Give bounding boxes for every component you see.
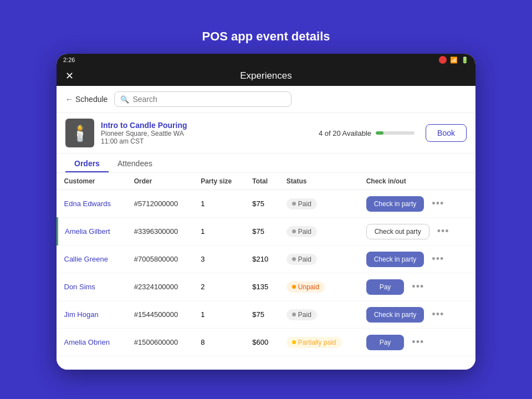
order-number: #1500600000 (127, 329, 194, 356)
col-status: Status (280, 173, 360, 190)
status-dot (292, 313, 296, 316)
close-button[interactable]: ✕ (65, 71, 74, 81)
order-number: #2324100000 (127, 273, 194, 301)
customer-name[interactable]: Callie Greene (64, 255, 109, 263)
status-dot (292, 285, 296, 289)
status-bar-right: 📶 🔋 (439, 56, 469, 64)
customer-name[interactable]: Amelia Gilbert (65, 227, 110, 236)
tab-attendees[interactable]: Attendees (109, 154, 161, 172)
action-cell: Check out party••• (360, 218, 475, 245)
schedule-link[interactable]: ← Schedule (65, 95, 108, 104)
col-order: Order (127, 173, 194, 190)
party-size: 1 (194, 218, 245, 245)
customer-name[interactable]: Don Sims (64, 283, 95, 291)
status-dot (292, 257, 296, 261)
event-thumbnail: 🕯️ (65, 119, 94, 147)
action-cell: Check in party••• (360, 301, 475, 329)
check-in-button[interactable]: Check in party (366, 307, 424, 323)
more-options-button[interactable]: ••• (428, 196, 447, 212)
progress-fill (376, 131, 383, 135)
party-size: 1 (194, 190, 245, 218)
customer-name[interactable]: Amelia Obrien (64, 338, 110, 346)
order-number: #3396300000 (127, 218, 194, 245)
table-row: Don Sims#23241000002$135UnpaidPay••• (58, 273, 476, 301)
party-size: 1 (194, 301, 245, 329)
event-details: Intro to Candle Pouring Pioneer Square, … (101, 121, 308, 145)
search-box[interactable]: 🔍 (114, 91, 291, 107)
action-cell: Pay••• (360, 329, 475, 356)
status-badge: Paid (287, 198, 317, 209)
table-container: Customer Order Party size Total Status C… (57, 173, 475, 370)
order-number: #5712000000 (127, 190, 194, 218)
page-title: POS app event details (202, 29, 330, 44)
check-in-button[interactable]: Check in party (366, 196, 424, 212)
action-cell: Check in party••• (360, 190, 475, 218)
status-badge: Paid (287, 309, 317, 320)
orders-table: Customer Order Party size Total Status C… (57, 173, 475, 356)
more-options-button[interactable]: ••• (434, 223, 453, 239)
more-options-button[interactable]: ••• (428, 306, 447, 323)
order-number: #7005800000 (127, 245, 194, 273)
event-info: 🕯️ Intro to Candle Pouring Pioneer Squar… (57, 113, 475, 154)
more-options-button[interactable]: ••• (408, 279, 427, 295)
table-row: Edna Edwards#57120000001$75PaidCheck in … (58, 190, 476, 218)
party-size: 2 (194, 273, 245, 301)
total: $210 (245, 245, 280, 273)
total: $75 (245, 301, 280, 329)
event-location: Pioneer Square, Seattle WA (101, 130, 308, 137)
total: $600 (245, 329, 280, 356)
nav-title: Experiences (240, 70, 292, 81)
top-nav: ✕ Experiences (57, 66, 475, 86)
party-size: 3 (194, 245, 245, 273)
col-customer: Customer (58, 173, 127, 190)
status-time: 2:26 (63, 57, 75, 63)
total: $75 (245, 218, 280, 245)
schedule-label: Schedule (75, 95, 108, 104)
event-availability: 4 of 20 Available (319, 129, 415, 137)
book-button[interactable]: Book (426, 124, 467, 142)
customer-name[interactable]: Edna Edwards (64, 200, 111, 208)
availability-text: 4 of 20 Available (319, 129, 371, 137)
status-dot (292, 340, 296, 344)
event-time: 11:00 am CST (101, 137, 308, 145)
party-size: 8 (194, 329, 245, 356)
table-row: Amelia Obrien#15006000008$600Partially p… (58, 329, 476, 356)
more-options-button[interactable]: ••• (428, 251, 447, 267)
status-badge: Partially paid (287, 337, 342, 348)
status-badge: Paid (287, 226, 317, 237)
rec-icon (439, 56, 447, 64)
status-bar: 2:26 📶 🔋 (57, 54, 475, 66)
status-dot (292, 229, 296, 233)
check-out-button[interactable]: Check out party (366, 224, 429, 239)
status-badge: Unpaid (287, 282, 325, 293)
status-badge: Paid (287, 254, 317, 265)
order-number: #1544500000 (127, 301, 194, 329)
pay-button[interactable]: Pay (366, 335, 405, 350)
status-dot (292, 202, 296, 206)
tabs: Orders Attendees (57, 154, 475, 173)
total: $135 (245, 273, 280, 301)
table-row: Amelia Gilbert#33963000001$75PaidCheck o… (58, 218, 476, 245)
tab-orders[interactable]: Orders (65, 154, 109, 172)
col-party-size: Party size (194, 173, 245, 190)
event-name[interactable]: Intro to Candle Pouring (101, 121, 308, 130)
search-icon: 🔍 (120, 95, 129, 104)
customer-name[interactable]: Jim Hogan (64, 310, 99, 319)
tablet-frame: 2:26 📶 🔋 ✕ Experiences ← Schedule 🔍 � (57, 54, 475, 370)
main-content: ← Schedule 🔍 🕯️ Intro to Candle Pouring … (57, 86, 475, 370)
table-row: Callie Greene#70058000003$210PaidCheck i… (58, 245, 476, 273)
pay-button[interactable]: Pay (366, 279, 405, 295)
battery-icon: 🔋 (461, 57, 469, 64)
col-total: Total (245, 173, 280, 190)
action-cell: Pay••• (360, 273, 475, 301)
total: $75 (245, 190, 280, 218)
progress-bar (376, 131, 415, 135)
search-input[interactable] (132, 95, 285, 104)
more-options-button[interactable]: ••• (408, 334, 427, 350)
action-cell: Check in party••• (360, 245, 475, 273)
col-checkinout: Check in/out (360, 173, 475, 190)
back-arrow-icon: ← (65, 95, 73, 104)
table-row: Jim Hogan#15445000001$75PaidCheck in par… (58, 301, 476, 329)
wifi-icon: 📶 (450, 57, 458, 64)
check-in-button[interactable]: Check in party (366, 252, 424, 267)
